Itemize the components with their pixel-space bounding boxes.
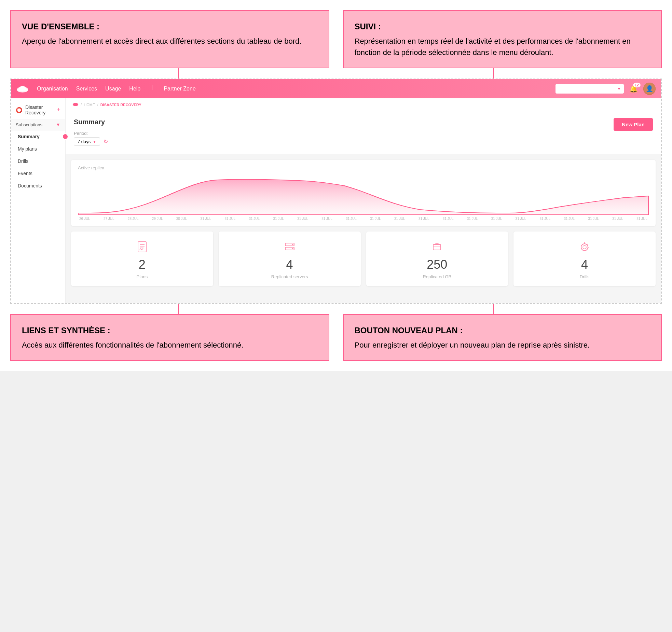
stat-card-plans[interactable]: 2 Plans xyxy=(71,231,213,286)
search-dropdown-arrow[interactable]: ▼ xyxy=(617,86,621,91)
date-16: 31 JUL xyxy=(467,217,478,221)
refresh-icon[interactable]: ↻ xyxy=(104,138,108,145)
date-17: 31 JUL xyxy=(491,217,502,221)
annotation-bottom-left-title: LIENS ET SYNTHÈSE : xyxy=(22,324,318,337)
sidebar-item-documents[interactable]: Documents xyxy=(11,180,65,192)
period-row: Period: xyxy=(74,131,108,136)
annotation-bottom-right: BOUTON NOUVEAU PLAN : Pour enregistrer e… xyxy=(343,314,662,361)
page-content: / HOME / DISASTER RECOVERY Summary Perio… xyxy=(66,98,661,303)
date-19: 31 JUL xyxy=(540,217,551,221)
svg-point-3 xyxy=(19,86,26,92)
date-23: 31 JUL xyxy=(636,217,647,221)
stat-desc-gb: Replicated GB xyxy=(423,274,451,279)
period-value: 7 days xyxy=(78,139,91,144)
plans-icon xyxy=(136,241,148,255)
breadcrumb-home[interactable]: HOME xyxy=(84,103,95,107)
sidebar-item-summary[interactable]: Summary xyxy=(11,130,65,143)
active-dot xyxy=(62,133,69,140)
sidebar-item-drills[interactable]: Drills xyxy=(11,155,65,167)
annotation-top-left-title: VUE D'ENSEMBLE : xyxy=(22,20,318,33)
annotation-bottom-left: LIENS ET SYNTHÈSE : Accès aux différente… xyxy=(10,314,329,361)
summary-title: Summary xyxy=(74,118,108,126)
stat-desc-drills: Drills xyxy=(580,274,590,279)
date-13: 31 JUL xyxy=(394,217,405,221)
date-6: 31 JUL xyxy=(225,217,236,221)
bell-icon[interactable]: 🔔 12 xyxy=(629,85,638,93)
svg-point-20 xyxy=(583,245,586,249)
date-1: 27 JUL xyxy=(104,217,114,221)
date-8: 31 JUL xyxy=(273,217,284,221)
stat-desc-plans: Plans xyxy=(137,274,148,279)
drills-icon xyxy=(578,241,591,255)
sidebar-disaster-recovery[interactable]: ⭕ Disaster Recovery + xyxy=(11,101,65,119)
annotation-bottom-right-body: Pour enregistrer et déployer un nouveau … xyxy=(355,341,590,349)
avatar[interactable]: 👤 xyxy=(643,83,656,95)
sidebar-subscriptions[interactable]: Subscriptions ▼ xyxy=(11,119,65,130)
sidebar-section-label: Disaster Recovery xyxy=(25,104,54,115)
annotation-top-right-body: Représentation en temps réel de l'activi… xyxy=(355,37,631,57)
breadcrumb: / HOME / DISASTER RECOVERY xyxy=(66,98,661,111)
breadcrumb-sep2: / xyxy=(97,102,98,107)
new-plan-button[interactable]: New Plan xyxy=(614,118,653,131)
main-content: ⭕ Disaster Recovery + Subscriptions ▼ Su… xyxy=(11,98,661,303)
stat-card-servers[interactable]: 4 Replicated servers xyxy=(219,231,361,286)
annotation-top-left-body: Aperçu de l'abonnement et accès direct a… xyxy=(22,37,301,45)
stat-number-gb: 250 xyxy=(427,258,447,271)
chart-container xyxy=(78,174,649,215)
sidebar-documents-label: Documents xyxy=(18,183,42,188)
date-14: 31 JUL xyxy=(419,217,429,221)
search-input[interactable] xyxy=(556,84,624,94)
summary-area: Summary Period: 7 days ▼ ↻ xyxy=(66,111,661,154)
logo[interactable] xyxy=(16,84,29,94)
stat-number-plans: 2 xyxy=(139,258,146,271)
sidebar-item-events[interactable]: Events xyxy=(11,167,65,180)
date-3: 29 JUL xyxy=(152,217,163,221)
date-7: 31 JUL xyxy=(249,217,260,221)
date-18: 31 JUL xyxy=(516,217,526,221)
search-wrapper: ▼ xyxy=(556,84,624,94)
stat-desc-servers: Replicated servers xyxy=(271,274,308,279)
topnav-right: ▼ 🔔 12 👤 xyxy=(556,83,656,95)
annotation-top-right: SUIVI : Représentation en temps réel de … xyxy=(343,10,662,68)
summary-header: Summary Period: 7 days ▼ ↻ xyxy=(74,118,108,147)
date-21: 31 JUL xyxy=(588,217,599,221)
topnav-partner-zone[interactable]: Partner Zone xyxy=(164,84,195,93)
date-10: 31 JUL xyxy=(321,217,332,221)
date-22: 31 JUL xyxy=(612,217,623,221)
topnav-usage[interactable]: Usage xyxy=(105,84,121,93)
bell-badge: 12 xyxy=(633,83,641,87)
annotation-bottom-left-body: Accès aux différentes fonctionnalités de… xyxy=(22,341,243,349)
chart-svg xyxy=(78,174,649,215)
date-5: 31 JUL xyxy=(201,217,211,221)
chart-dates: 26 JUL 27 JUL 28 JUL 29 JUL 30 JUL 31 JU… xyxy=(78,217,649,221)
topnav-help[interactable]: Help xyxy=(129,84,140,93)
svg-line-22 xyxy=(587,244,588,245)
sidebar-section-plus[interactable]: + xyxy=(57,107,60,114)
chart-section: Active replica xyxy=(71,160,656,226)
date-9: 31 JUL xyxy=(297,217,308,221)
stats-row: 2 Plans 4 xyxy=(71,231,656,286)
date-4: 30 JUL xyxy=(176,217,187,221)
topnav-links: Organisation Services Usage Help | Partn… xyxy=(37,84,556,93)
topnav-services[interactable]: Services xyxy=(76,84,97,93)
subscriptions-arrow: ▼ xyxy=(56,122,60,127)
stat-number-drills: 4 xyxy=(581,258,588,271)
topnav-organisation[interactable]: Organisation xyxy=(37,84,68,93)
period-arrow: ▼ xyxy=(93,140,96,144)
svg-rect-16 xyxy=(433,244,441,250)
sidebar-drills-label: Drills xyxy=(18,158,28,164)
subscriptions-label: Subscriptions xyxy=(16,122,42,127)
stat-card-gb[interactable]: 250 Replicated GB xyxy=(366,231,508,286)
sidebar-item-myplans[interactable]: My plans xyxy=(11,143,65,155)
date-12: 31 JUL xyxy=(370,217,381,221)
servers-icon xyxy=(284,241,296,255)
date-2: 28 JUL xyxy=(128,217,139,221)
chart-label: Active replica xyxy=(78,165,649,170)
topnav: Organisation Services Usage Help | Partn… xyxy=(11,79,661,98)
period-select-row: 7 days ▼ ↻ xyxy=(74,137,108,146)
stat-card-drills[interactable]: 4 Drills xyxy=(513,231,656,286)
sidebar: ⭕ Disaster Recovery + Subscriptions ▼ Su… xyxy=(11,98,66,303)
date-15: 31 JUL xyxy=(443,217,454,221)
period-select[interactable]: 7 days ▼ xyxy=(74,137,100,146)
annotation-bottom-right-title: BOUTON NOUVEAU PLAN : xyxy=(355,324,650,337)
